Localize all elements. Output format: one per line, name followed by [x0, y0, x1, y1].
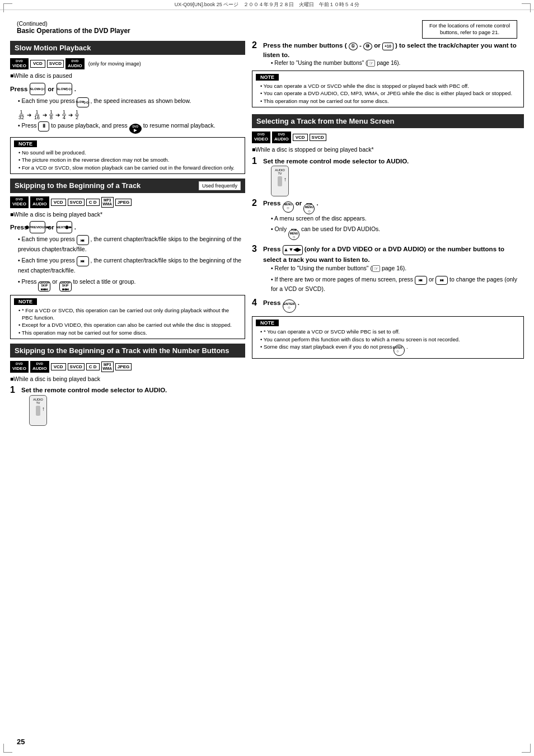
slow-motion-note-2: The picture motion in the reverse direct… — [18, 156, 241, 163]
selecting-track-badges: DVD VIDEO DVD AUDIO VCD SVCD — [252, 132, 524, 143]
remote-image-block: AUDIO TV ↑ — [29, 395, 47, 426]
enter-btn2: ENTER ○ — [394, 345, 405, 356]
slow-motion-header: Slow Motion Playback — [10, 41, 245, 55]
pause-btn: ⏸ — [38, 121, 49, 132]
skipping-note-box: NOTE * For a VCD or SVCD, this operation… — [10, 295, 245, 339]
slow-motion-title: Slow Motion Playback — [15, 44, 91, 52]
sn-step2-content: Press the number buttons ( ① - ⑩ or +10 … — [263, 41, 524, 68]
st-badge-vcd: VCD — [51, 199, 66, 206]
used-frequently-badge: Used frequently — [199, 181, 241, 190]
frac-1: 132 — [18, 110, 25, 120]
num-btn-plus10: +10 — [382, 43, 394, 50]
skipping-bullet1: • Each time you press ⏮ , the current ch… — [18, 235, 245, 254]
sn-step2-title: Press the number buttons ( ① - ⑩ or +10 … — [263, 41, 524, 60]
sel-step3-bullet2: • If there are two or more pages of menu… — [271, 275, 524, 294]
previous-btn: ⬤PREVIOUS ⏮ — [30, 221, 45, 233]
remote-label-tv: TV — [36, 401, 40, 405]
sn-badge-dvdaudio: DVD AUDIO — [30, 361, 49, 373]
header-continued: (Continued) — [17, 20, 130, 27]
slow-motion-press: Press SLOW ◁◁ or SLOW ▷▷ . — [10, 83, 245, 95]
skipping-num-badges: DVD VIDEO DVD AUDIO VCD SVCD C D MP3 WMA… — [10, 361, 245, 373]
main-content: Slow Motion Playback DVD VIDEO VCD SVCD … — [0, 41, 534, 428]
slow-btn-inline: SLOW ▷▷ — [77, 97, 89, 107]
dvd-play-btn: DVD ▶ — [129, 124, 142, 134]
slow-motion-badges: DVD VIDEO VCD SVCD DVD AUDIO (only for m… — [10, 58, 245, 70]
page-number: 25 — [17, 738, 25, 746]
corner-br — [522, 744, 531, 753]
sel-step4-content: Press ENTER ○ . — [263, 298, 524, 313]
topmenu-btn2: TOP MENU ○ — [288, 229, 299, 240]
group-skip-left: GROUP SKIP ⏮⏮ — [38, 281, 50, 292]
num-btn-1: ① — [349, 43, 358, 50]
sel-step4-num: 4 — [252, 298, 260, 307]
remote2-image-block: AUDIO TV ↑ — [271, 166, 289, 196]
corner-bl — [3, 744, 12, 753]
sn-badge-vcd: VCD — [51, 363, 66, 371]
sn-step1-num: 1 — [10, 386, 18, 395]
frac-3: 18 — [49, 110, 53, 120]
selecting-note-3: Some disc may start playback even if you… — [260, 343, 520, 356]
skipping-bullet2: • Each time you press ⏭ , the current ch… — [18, 256, 245, 275]
remote2-arrow: ↑ — [284, 176, 287, 182]
st-badge-jpeg: JPEG — [115, 199, 132, 206]
sel-step1: 1 Set the remote control mode selector t… — [252, 157, 524, 196]
slow-motion-note-box: NOTE No sound will be produced. The pict… — [10, 137, 245, 174]
slow-btn-left: SLOW ◁◁ — [30, 83, 45, 95]
slow-motion-note-1: No sound will be produced. — [18, 149, 241, 156]
step2-note-3: This operation may not be carried out fo… — [260, 97, 520, 105]
right-column: 2 Press the number buttons ( ① - ⑩ or +1… — [252, 41, 524, 428]
sn-step1-content: Set the remote control mode selector to … — [21, 386, 245, 425]
step2-note-title: NOTE — [256, 74, 279, 81]
remote2-switch: ↑ — [278, 176, 282, 186]
num-btn-10: ⑩ — [363, 43, 372, 50]
step2-number-buttons: 2 Press the number buttons ( ① - ⑩ or +1… — [252, 41, 524, 107]
selecting-track-title: Selecting a Track from the Menu Screen — [256, 117, 394, 125]
menu-btn: MENU ○ — [283, 201, 294, 213]
sn-badge-mp3wma: MP3 WMA — [101, 361, 114, 373]
skipping-note-2: Except for a DVD VIDEO, this operation c… — [18, 321, 241, 328]
prev-inline: ⏮ — [77, 235, 89, 245]
skipping-note-3: This operation may not be carried out fo… — [18, 329, 241, 336]
skipping-note-title: NOTE — [14, 298, 37, 305]
slow-motion-pause-note: • Press ⏸ to pause playback, and press D… — [18, 121, 245, 134]
selecting-note-1: * You can operate a VCD or SVCD while PB… — [260, 328, 520, 335]
prev-btn2: ⏮ — [415, 276, 427, 285]
sel-step2-content: Press MENU ○ or TOP MENU ○ . — [263, 199, 524, 243]
remote2-label-tv: TV — [278, 172, 282, 175]
sel-step3-content: Press ▲▼◀▶ (only for a DVD VIDEO or a DV… — [263, 245, 524, 295]
slow-motion-condition: ■While a disc is paused — [10, 72, 245, 81]
sel-badge-vcd: VCD — [293, 134, 308, 142]
sel-step2-bullet2: • Only TOP MENU ○ can be used for DVD AU… — [271, 225, 524, 240]
st-badge-dvdvideo: DVD VIDEO — [10, 196, 29, 208]
selecting-track-section: Selecting a Track from the Menu Screen D… — [252, 114, 524, 358]
topmenu-btn: TOP MENU ○ — [303, 203, 315, 214]
page-header: (Continued) Basic Operations of the DVD … — [0, 13, 534, 41]
sel-step2-title: Press MENU ○ or TOP MENU ○ . — [263, 199, 524, 214]
selecting-track-header: Selecting a Track from the Menu Screen — [252, 114, 524, 128]
corner-tl — [3, 3, 12, 12]
sel-step3-num: 3 — [252, 245, 260, 253]
enter-btn: ENTER ○ — [283, 299, 296, 313]
sel-step1-content: Set the remote control mode selector to … — [263, 157, 524, 196]
step2-note-box: NOTE You can operate a VCD or SVCD while… — [252, 71, 524, 107]
sel-step2: 2 Press MENU ○ or TOP MENU ○ — [252, 199, 524, 243]
skipping-num-condition: ■While a disc is being played back — [10, 375, 245, 384]
sel-step2-num: 2 — [252, 199, 260, 208]
badge-svcd: SVCD — [47, 60, 64, 68]
selecting-note-title: NOTE — [256, 320, 279, 326]
st-badge-dvdaudio: DVD AUDIO — [30, 196, 49, 208]
frac-2: 116 — [34, 110, 40, 120]
badge-dvd-audio: DVD AUDIO — [65, 58, 85, 70]
sel-badge-svcd: SVCD — [310, 134, 326, 142]
slow-motion-speed-note: • Each time you press SLOW ▷▷ , the spee… — [18, 97, 245, 107]
selecting-note-2: You cannot perform this function with di… — [260, 336, 520, 343]
sel-step1-title: Set the remote control mode selector to … — [263, 157, 524, 166]
skipping-condition: ■While a disc is being played back* — [10, 210, 245, 219]
sn-badge-jpeg: JPEG — [115, 363, 132, 371]
skipping-press: Press ⬤PREVIOUS ⏮ or NEXT⬤ ⏭ . — [10, 221, 245, 233]
fraction-display: 132 ➔ 116 ➔ 18 ➔ 14 ➔ 12 — [18, 110, 245, 120]
slow-motion-section: Slow Motion Playback DVD VIDEO VCD SVCD … — [10, 41, 245, 174]
sel-step3-bullet1: • Refer to "Using the number buttons" (☞… — [271, 264, 524, 273]
header-left: (Continued) Basic Operations of the DVD … — [17, 20, 130, 35]
skipping-note-1: * For a VCD or SVCD, this operation can … — [18, 307, 241, 322]
